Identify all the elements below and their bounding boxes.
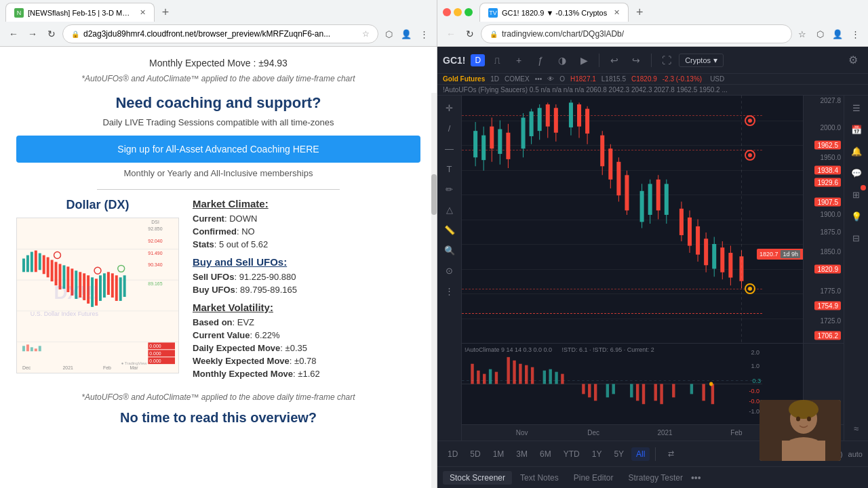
period-1d-button[interactable]: 1D	[443, 447, 462, 461]
daily-sessions-text: Daily LIVE Trading Sessions compatible w…	[16, 117, 420, 127]
bar-chart-icon[interactable]: ⎍	[488, 51, 507, 70]
volume-svg	[462, 344, 762, 424]
replay-icon[interactable]: ▶	[574, 51, 593, 70]
crosshair-tool[interactable]: ✛	[440, 98, 459, 117]
svg-rect-31	[103, 273, 106, 298]
right-reload-button[interactable]: ↻	[462, 26, 478, 42]
ideas-icon[interactable]: 💡	[847, 207, 866, 226]
chart-options-icon[interactable]: •••	[535, 75, 542, 83]
period-1m-button[interactable]: 1M	[488, 447, 509, 461]
svg-rect-79	[569, 102, 573, 127]
period-5y-button[interactable]: 5Y	[609, 447, 629, 461]
forward-button[interactable]: →	[24, 26, 41, 42]
svg-rect-45	[26, 344, 29, 351]
right-extensions-icon[interactable]: ⬡	[812, 26, 827, 41]
magnet-tool[interactable]: ⊙	[440, 261, 459, 280]
footer-more-button[interactable]: •••	[691, 472, 701, 483]
low-price: L1815.5	[601, 75, 626, 83]
calendar-icon[interactable]: 📅	[847, 120, 866, 139]
minimize-window-button[interactable]	[454, 8, 462, 16]
text-notes-button[interactable]: Text Notes	[513, 471, 566, 485]
monthly-exp-label: Monthly Expected Move	[193, 369, 293, 379]
new-tab-button[interactable]: +	[156, 3, 175, 22]
text-tool[interactable]: T	[440, 159, 459, 178]
tv-timeframe-D[interactable]: D	[471, 54, 485, 66]
right-active-tab[interactable]: TV GC1! 1820.9 ▼ -0.13% Cryptos ✕	[479, 3, 629, 22]
bookmark-icon[interactable]: ☆	[362, 29, 370, 39]
period-5d-button[interactable]: 5D	[465, 447, 485, 461]
active-tab[interactable]: N [NEWSflash] Feb-15 | 3-D Mark... ✕	[5, 3, 155, 22]
right-more-options-icon[interactable]: ⋮	[848, 26, 863, 41]
cryptos-dropdown-button[interactable]: Cryptos ▾	[679, 54, 724, 67]
fullscreen-icon[interactable]: ⛶	[657, 51, 676, 70]
redo-icon[interactable]: ↪	[627, 51, 646, 70]
coaching-heading: Need coaching and support?	[16, 94, 420, 112]
undo-icon[interactable]: ↩	[605, 51, 624, 70]
right-back-button[interactable]: ←	[443, 26, 459, 42]
period-ytd-button[interactable]: YTD	[559, 447, 585, 461]
right-profile-icon[interactable]: 👤	[830, 26, 845, 41]
svg-rect-111	[720, 247, 724, 272]
chat-icon[interactable]: 💬	[847, 163, 866, 182]
address-bar[interactable]: 🔒 d2ag3jdu89hmr4.cloudfront.net/browser_…	[62, 24, 378, 43]
close-window-button[interactable]	[443, 8, 451, 16]
more-tools-button[interactable]: ⋮	[440, 281, 459, 300]
watchlist-icon[interactable]: ☰	[847, 98, 866, 117]
url-input[interactable]: d2ag3jdu89hmr4.cloudfront.net/browser_pr…	[83, 29, 358, 39]
right-tab-close[interactable]: ✕	[614, 8, 620, 17]
chart-settings-icon[interactable]: ⚙	[844, 51, 863, 70]
compare-icon[interactable]: +	[509, 51, 528, 70]
more-options-icon[interactable]: ⋮	[416, 26, 431, 41]
notification-dot	[861, 185, 866, 190]
horizontal-line-tool[interactable]: —	[440, 139, 459, 158]
right-new-tab-button[interactable]: +	[630, 3, 649, 22]
tab-close-button[interactable]: ✕	[140, 8, 146, 17]
confirmed-label: Confirmed	[193, 226, 237, 237]
autoufo-indicator-label[interactable]: !AutoUFOs (Flying Saucers) 0.5 n/a n/a n…	[443, 86, 728, 94]
period-1y-button[interactable]: 1Y	[587, 447, 607, 461]
strategy-tester-button[interactable]: Strategy Tester	[621, 471, 689, 485]
stock-screener-button[interactable]: Stock Screener	[443, 471, 512, 485]
alerts-icon[interactable]: ◑	[553, 51, 572, 70]
svg-rect-44	[22, 346, 25, 351]
tab-favicon: N	[14, 8, 24, 18]
brush-tool[interactable]: ✏	[440, 180, 459, 199]
extensions-icon[interactable]: ⬡	[381, 26, 396, 41]
shapes-tool[interactable]: △	[440, 200, 459, 219]
screener-right-icon[interactable]: ⊟	[847, 228, 866, 247]
alerts-panel-icon[interactable]: 🔔	[847, 142, 866, 161]
svg-rect-35	[119, 277, 122, 301]
tv-symbol-label[interactable]: GC1!	[443, 55, 465, 66]
maximize-window-button[interactable]	[465, 8, 473, 16]
measure-tool[interactable]: 📏	[440, 220, 459, 239]
svg-rect-81	[577, 104, 581, 127]
svg-rect-138	[636, 384, 639, 401]
price-1755: 1754.9	[814, 302, 841, 310]
chart-area: 1820.7 1d 9h 2027.8 2000.0 1962.5 1950.0…	[462, 96, 844, 441]
indicators-icon[interactable]: ƒ	[531, 51, 550, 70]
trading-panel-icon[interactable]: ≈	[847, 419, 866, 438]
right-address-row: ← ↻ 🔒 tradingview.com/chart/DQg3lADb/ ☆ …	[437, 22, 868, 46]
right-bookmark-icon[interactable]: ☆	[795, 26, 810, 41]
draw-line-tool[interactable]: /	[440, 119, 459, 138]
right-address-bar[interactable]: 🔒 tradingview.com/chart/DQg3lADb/	[481, 24, 792, 43]
profile-icon[interactable]: 👤	[399, 26, 414, 41]
reload-button[interactable]: ↻	[43, 26, 60, 42]
period-all-button[interactable]: All	[631, 447, 650, 461]
compare-periods-icon[interactable]: ⇄	[661, 445, 680, 464]
zoom-tool[interactable]: 🔍	[440, 241, 459, 260]
svg-rect-119	[477, 371, 479, 384]
pine-editor-button[interactable]: Pine Editor	[567, 471, 620, 485]
price-chart[interactable]: 1820.7 1d 9h 2027.8 2000.0 1962.5 1950.0…	[462, 96, 844, 343]
back-button[interactable]: ←	[5, 26, 22, 42]
eye-icon[interactable]: 👁	[547, 75, 554, 83]
time-dec: Dec	[557, 429, 629, 436]
period-3m-button[interactable]: 3M	[511, 447, 532, 461]
svg-rect-36	[123, 275, 126, 297]
sign-up-button[interactable]: Sign up for All-Asset Advanced Coaching …	[16, 136, 420, 163]
address-bar-row: ← → ↻ 🔒 d2ag3jdu89hmr4.cloudfront.net/br…	[0, 22, 437, 46]
svg-rect-142	[672, 384, 675, 398]
period-6m-button[interactable]: 6M	[535, 447, 556, 461]
exchange-label: COMEX	[505, 75, 530, 83]
scrollbar-thumb[interactable]	[431, 174, 437, 215]
